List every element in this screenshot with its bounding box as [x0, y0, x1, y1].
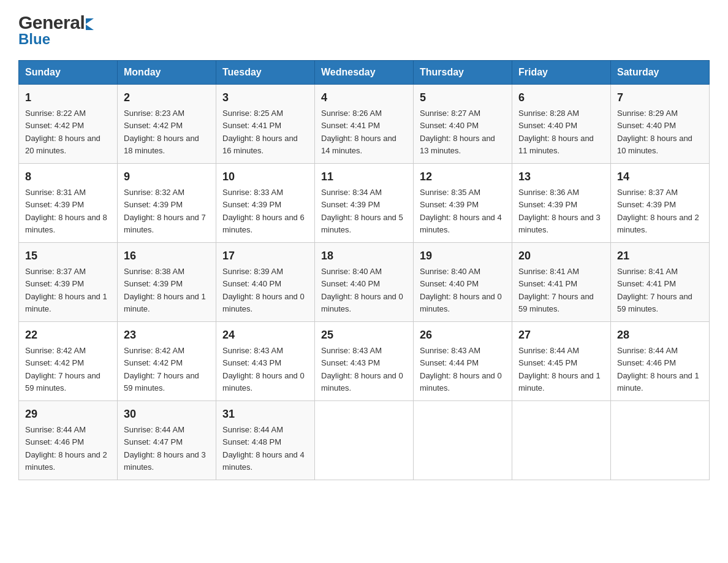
- header-sunday: Sunday: [19, 61, 118, 85]
- day-info: Sunrise: 8:27 AMSunset: 4:40 PMDaylight:…: [420, 109, 495, 155]
- day-number: 10: [222, 169, 308, 185]
- day-number: 9: [124, 169, 210, 185]
- header-friday: Friday: [512, 61, 611, 85]
- day-info: Sunrise: 8:41 AMSunset: 4:41 PMDaylight:…: [617, 267, 692, 313]
- day-number: 26: [420, 327, 506, 343]
- calendar-header-row: SundayMondayTuesdayWednesdayThursdayFrid…: [19, 61, 710, 85]
- day-number: 17: [222, 248, 308, 264]
- calendar-table: SundayMondayTuesdayWednesdayThursdayFrid…: [18, 60, 710, 480]
- calendar-week-row: 29Sunrise: 8:44 AMSunset: 4:46 PMDayligh…: [19, 401, 710, 480]
- day-info: Sunrise: 8:44 AMSunset: 4:47 PMDaylight:…: [124, 425, 206, 472]
- calendar-cell: 30Sunrise: 8:44 AMSunset: 4:47 PMDayligh…: [118, 401, 216, 480]
- day-number: 31: [222, 406, 308, 423]
- calendar-cell: 29Sunrise: 8:44 AMSunset: 4:46 PMDayligh…: [19, 401, 118, 480]
- calendar-cell: 1Sunrise: 8:22 AMSunset: 4:42 PMDaylight…: [19, 85, 118, 164]
- day-info: Sunrise: 8:44 AMSunset: 4:46 PMDaylight:…: [617, 346, 699, 393]
- day-number: 8: [25, 169, 111, 185]
- day-number: 25: [321, 327, 407, 343]
- day-info: Sunrise: 8:40 AMSunset: 4:40 PMDaylight:…: [321, 267, 403, 313]
- day-info: Sunrise: 8:34 AMSunset: 4:39 PMDaylight:…: [321, 188, 403, 234]
- calendar-cell: [611, 401, 710, 480]
- day-info: Sunrise: 8:41 AMSunset: 4:41 PMDaylight:…: [518, 267, 594, 313]
- day-number: 30: [124, 406, 210, 423]
- calendar-cell: [414, 401, 512, 480]
- calendar-cell: 21Sunrise: 8:41 AMSunset: 4:41 PMDayligh…: [611, 243, 710, 322]
- day-number: 24: [222, 327, 308, 343]
- calendar-cell: 27Sunrise: 8:44 AMSunset: 4:45 PMDayligh…: [512, 322, 611, 401]
- header-wednesday: Wednesday: [315, 61, 414, 85]
- day-info: Sunrise: 8:43 AMSunset: 4:44 PMDaylight:…: [420, 346, 502, 393]
- header-tuesday: Tuesday: [216, 61, 315, 85]
- calendar-cell: 3Sunrise: 8:25 AMSunset: 4:41 PMDaylight…: [216, 85, 315, 164]
- calendar-cell: 6Sunrise: 8:28 AMSunset: 4:40 PMDaylight…: [512, 85, 611, 164]
- day-info: Sunrise: 8:31 AMSunset: 4:39 PMDaylight:…: [25, 188, 107, 234]
- calendar-week-row: 15Sunrise: 8:37 AMSunset: 4:39 PMDayligh…: [19, 243, 710, 322]
- day-number: 12: [420, 169, 506, 185]
- day-number: 28: [617, 327, 703, 343]
- day-number: 27: [518, 327, 604, 343]
- day-number: 15: [25, 248, 111, 264]
- day-info: Sunrise: 8:39 AMSunset: 4:40 PMDaylight:…: [222, 267, 305, 313]
- day-info: Sunrise: 8:37 AMSunset: 4:39 PMDaylight:…: [617, 188, 699, 234]
- calendar-cell: 23Sunrise: 8:42 AMSunset: 4:42 PMDayligh…: [118, 322, 216, 401]
- day-info: Sunrise: 8:28 AMSunset: 4:40 PMDaylight:…: [518, 109, 594, 155]
- calendar-week-row: 1Sunrise: 8:22 AMSunset: 4:42 PMDaylight…: [19, 85, 710, 164]
- day-info: Sunrise: 8:33 AMSunset: 4:39 PMDaylight:…: [222, 188, 305, 234]
- day-number: 3: [222, 90, 308, 106]
- day-number: 16: [124, 248, 210, 264]
- calendar-cell: 5Sunrise: 8:27 AMSunset: 4:40 PMDaylight…: [414, 85, 512, 164]
- logo-general-text: General: [18, 12, 85, 33]
- calendar-cell: 25Sunrise: 8:43 AMSunset: 4:43 PMDayligh…: [315, 322, 414, 401]
- calendar-cell: 15Sunrise: 8:37 AMSunset: 4:39 PMDayligh…: [19, 243, 118, 322]
- calendar-cell: 16Sunrise: 8:38 AMSunset: 4:39 PMDayligh…: [118, 243, 216, 322]
- page-header: General Blue: [18, 12, 710, 48]
- calendar-cell: 19Sunrise: 8:40 AMSunset: 4:40 PMDayligh…: [414, 243, 512, 322]
- calendar-week-row: 22Sunrise: 8:42 AMSunset: 4:42 PMDayligh…: [19, 322, 710, 401]
- day-info: Sunrise: 8:40 AMSunset: 4:40 PMDaylight:…: [420, 267, 502, 313]
- calendar-cell: 11Sunrise: 8:34 AMSunset: 4:39 PMDayligh…: [315, 164, 414, 243]
- day-number: 19: [420, 248, 506, 264]
- day-info: Sunrise: 8:26 AMSunset: 4:41 PMDaylight:…: [321, 109, 396, 155]
- logo-blue-text: Blue: [18, 31, 94, 48]
- day-number: 2: [124, 90, 210, 106]
- day-info: Sunrise: 8:22 AMSunset: 4:42 PMDaylight:…: [25, 109, 100, 155]
- day-number: 7: [617, 90, 703, 106]
- day-info: Sunrise: 8:44 AMSunset: 4:48 PMDaylight:…: [222, 425, 305, 472]
- day-number: 1: [25, 90, 111, 106]
- calendar-cell: 13Sunrise: 8:36 AMSunset: 4:39 PMDayligh…: [512, 164, 611, 243]
- header-saturday: Saturday: [611, 61, 710, 85]
- day-number: 23: [124, 327, 210, 343]
- calendar-cell: 18Sunrise: 8:40 AMSunset: 4:40 PMDayligh…: [315, 243, 414, 322]
- day-info: Sunrise: 8:43 AMSunset: 4:43 PMDaylight:…: [222, 346, 305, 393]
- calendar-cell: 14Sunrise: 8:37 AMSunset: 4:39 PMDayligh…: [611, 164, 710, 243]
- header-thursday: Thursday: [414, 61, 512, 85]
- calendar-cell: 24Sunrise: 8:43 AMSunset: 4:43 PMDayligh…: [216, 322, 315, 401]
- day-number: 22: [25, 327, 111, 343]
- calendar-cell: 10Sunrise: 8:33 AMSunset: 4:39 PMDayligh…: [216, 164, 315, 243]
- header-monday: Monday: [118, 61, 216, 85]
- day-number: 5: [420, 90, 506, 106]
- calendar-cell: 12Sunrise: 8:35 AMSunset: 4:39 PMDayligh…: [414, 164, 512, 243]
- day-number: 14: [617, 169, 703, 185]
- calendar-cell: 4Sunrise: 8:26 AMSunset: 4:41 PMDaylight…: [315, 85, 414, 164]
- day-info: Sunrise: 8:23 AMSunset: 4:42 PMDaylight:…: [124, 109, 199, 155]
- day-info: Sunrise: 8:32 AMSunset: 4:39 PMDaylight:…: [124, 188, 206, 234]
- day-info: Sunrise: 8:29 AMSunset: 4:40 PMDaylight:…: [617, 109, 692, 155]
- day-info: Sunrise: 8:43 AMSunset: 4:43 PMDaylight:…: [321, 346, 403, 393]
- day-number: 11: [321, 169, 407, 185]
- calendar-cell: [315, 401, 414, 480]
- day-info: Sunrise: 8:38 AMSunset: 4:39 PMDaylight:…: [124, 267, 206, 313]
- calendar-cell: 9Sunrise: 8:32 AMSunset: 4:39 PMDaylight…: [118, 164, 216, 243]
- day-number: 4: [321, 90, 407, 106]
- day-info: Sunrise: 8:44 AMSunset: 4:45 PMDaylight:…: [518, 346, 601, 393]
- day-number: 21: [617, 248, 703, 264]
- calendar-cell: 28Sunrise: 8:44 AMSunset: 4:46 PMDayligh…: [611, 322, 710, 401]
- calendar-cell: 22Sunrise: 8:42 AMSunset: 4:42 PMDayligh…: [19, 322, 118, 401]
- calendar-cell: 26Sunrise: 8:43 AMSunset: 4:44 PMDayligh…: [414, 322, 512, 401]
- day-info: Sunrise: 8:42 AMSunset: 4:42 PMDaylight:…: [124, 346, 199, 393]
- day-info: Sunrise: 8:44 AMSunset: 4:46 PMDaylight:…: [25, 425, 107, 472]
- day-number: 20: [518, 248, 604, 264]
- calendar-cell: 20Sunrise: 8:41 AMSunset: 4:41 PMDayligh…: [512, 243, 611, 322]
- day-number: 6: [518, 90, 604, 106]
- calendar-cell: 31Sunrise: 8:44 AMSunset: 4:48 PMDayligh…: [216, 401, 315, 480]
